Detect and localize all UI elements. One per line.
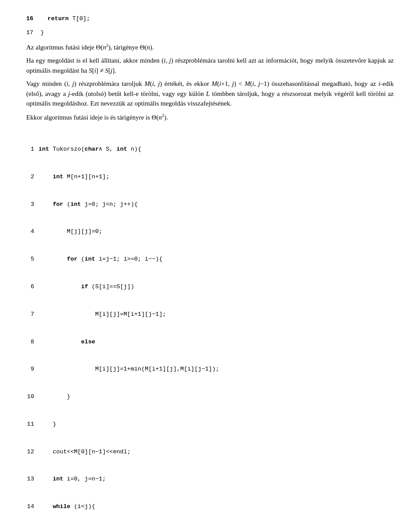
code-block: 1 int Tukorszo(char∧ S, int n){ 2 int M[… bbox=[26, 127, 394, 519]
line-num-10: 10 bbox=[26, 392, 38, 402]
line-num-3: 3 bbox=[26, 200, 38, 209]
return-line: 16 return T[0]; bbox=[26, 13, 394, 24]
code-line-13: 13 int i=0, j=n−1; bbox=[26, 475, 394, 484]
line-code-10: } bbox=[38, 392, 70, 402]
code-line-12: 12 cout<<M[0][n−1]<<endl; bbox=[26, 448, 394, 457]
line-num-11: 11 bbox=[26, 420, 38, 429]
line-num-14: 14 bbox=[26, 502, 38, 512]
code-line-9: 9 M[i][j]=1+min(M[i+1][j],M[i][j−1]); bbox=[26, 365, 394, 374]
code-line-5: 5 for (int i=j−1; i>=0; i−−){ bbox=[26, 255, 394, 264]
algo-runtime-line: Az algoritmus futási ideje Θ(n2), tárigé… bbox=[26, 42, 394, 53]
algo-para1: Ha egy megoldást is el kell állítani, ak… bbox=[26, 56, 394, 75]
line-code-14: while (i<j){ bbox=[38, 502, 95, 512]
line-code-11: } bbox=[38, 420, 56, 429]
line-num-9: 9 bbox=[26, 365, 38, 374]
algo-para3: Ekkor algoritmus futási ideje is és tári… bbox=[26, 112, 394, 123]
code-line-6: 6 if (S[i]==S[j]) bbox=[26, 282, 394, 292]
code-line-7: 7 M[i][j]=M[i+1][j−1]; bbox=[26, 310, 394, 319]
line-code-1: int Tukorszo(char∧ S, int n){ bbox=[38, 145, 141, 154]
line-code-6: if (S[i]==S[j]) bbox=[38, 282, 134, 292]
code-line-11: 11 } bbox=[26, 420, 394, 429]
line-num-5: 5 bbox=[26, 255, 38, 264]
line-code-5: for (int i=j−1; i>=0; i−−){ bbox=[38, 255, 163, 264]
code-line-1: 1 int Tukorszo(char∧ S, int n){ bbox=[26, 145, 394, 154]
code-line-3: 3 for (int j=0; j<n; j++){ bbox=[26, 200, 394, 209]
line-num-13: 13 bbox=[26, 475, 38, 484]
line-num-4: 4 bbox=[26, 227, 38, 237]
line-num-8: 8 bbox=[26, 338, 38, 347]
page-content: 16 return T[0]; 17 } Az algoritmus futás… bbox=[26, 13, 394, 519]
line-code-13: int i=0, j=n−1; bbox=[38, 475, 106, 484]
line-num-12: 12 bbox=[26, 448, 38, 457]
line-code-12: cout<<M[0][n−1]<<endl; bbox=[38, 448, 131, 457]
code-line-14: 14 while (i<j){ bbox=[26, 502, 394, 512]
line-code-7: M[i][j]=M[i+1][j−1]; bbox=[38, 310, 166, 319]
line-code-9: M[i][j]=1+min(M[i+1][j],M[i][j−1]); bbox=[38, 365, 219, 374]
code-line-8: 8 else bbox=[26, 338, 394, 347]
line-num-6: 6 bbox=[26, 282, 38, 292]
line-code-2: int M[n+1][n+1]; bbox=[38, 173, 109, 182]
closing-brace-line: 17 } bbox=[26, 27, 394, 38]
algo-para2: Vagy minden (i, j) részproblémára tarolj… bbox=[26, 79, 394, 109]
line-num-2: 2 bbox=[26, 173, 38, 182]
line-code-8: else bbox=[38, 338, 95, 347]
line-num-7: 7 bbox=[26, 310, 38, 319]
code-line-10: 10 } bbox=[26, 392, 394, 402]
line-code-3: for (int j=0; j<n; j++){ bbox=[38, 200, 138, 209]
line-num-1: 1 bbox=[26, 145, 38, 154]
line-code-4: M[j][j]=0; bbox=[38, 227, 102, 237]
code-line-2: 2 int M[n+1][n+1]; bbox=[26, 173, 394, 182]
code-line-4: 4 M[j][j]=0; bbox=[26, 227, 394, 237]
